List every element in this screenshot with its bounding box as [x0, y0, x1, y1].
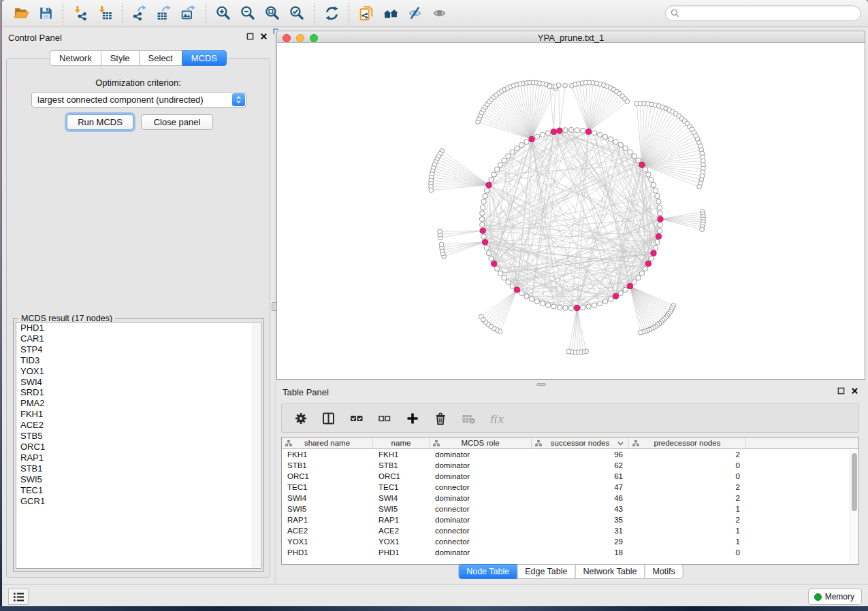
mcds-result-node[interactable]: SWI4 — [16, 377, 261, 388]
search-field[interactable] — [665, 5, 861, 21]
cell-shared-name[interactable]: PHD1 — [282, 547, 373, 558]
cell-MCDS-role[interactable]: connector — [430, 482, 532, 493]
delete-row-button[interactable] — [432, 410, 449, 427]
float-table-panel-icon[interactable] — [837, 387, 845, 395]
mcds-result-list[interactable]: PHD1CAR1STP4TID3YOX1SWI4SRD1PMA2FKH1ACE2… — [16, 322, 261, 569]
cell-successor-nodes[interactable]: 62 — [532, 460, 629, 471]
cell-name[interactable]: SWI5 — [373, 503, 430, 514]
show-all-eye-button[interactable] — [428, 3, 452, 24]
mcds-result-node[interactable]: TEC1 — [16, 485, 261, 496]
cell-MCDS-role[interactable]: dominator — [430, 514, 532, 525]
cell-shared-name[interactable]: ORC1 — [282, 471, 373, 482]
table-scrollbar[interactable] — [850, 449, 858, 564]
cell-shared-name[interactable]: SWI5 — [282, 503, 373, 514]
cell-shared-name[interactable]: STB1 — [282, 460, 373, 471]
cell-successor-nodes[interactable]: 61 — [532, 471, 629, 482]
cell-predecessor-nodes[interactable]: 1 — [629, 536, 746, 547]
network-share-file-button[interactable] — [354, 3, 379, 24]
zoom-out-button[interactable] — [236, 3, 260, 24]
cell-name[interactable]: ACE2 — [373, 525, 430, 536]
network-canvas[interactable] — [276, 43, 865, 380]
tab-network-table[interactable]: Network Table — [575, 564, 645, 579]
search-input[interactable] — [679, 9, 861, 18]
cell-predecessor-nodes[interactable]: 0 — [629, 460, 746, 471]
cell-shared-name[interactable]: FKH1 — [282, 449, 373, 460]
deselect-all-button[interactable] — [376, 410, 393, 427]
cell-name[interactable]: SWI4 — [373, 493, 430, 503]
column-header-predecessor-nodes[interactable]: predecessor nodes — [629, 437, 746, 448]
cell-predecessor-nodes[interactable]: 2 — [629, 493, 746, 503]
cell-shared-name[interactable]: ACE2 — [282, 525, 373, 536]
column-header-name[interactable]: name — [373, 437, 430, 448]
mcds-result-node[interactable]: SWI5 — [16, 474, 261, 485]
mcds-result-node[interactable]: YOX1 — [16, 366, 261, 377]
table-row[interactable]: ACE2ACE2connector311 — [282, 525, 858, 536]
tab-select[interactable]: Select — [139, 50, 182, 66]
mcds-result-node[interactable]: ORC1 — [16, 442, 261, 452]
result-scrollbar[interactable] — [253, 323, 260, 567]
cell-shared-name[interactable]: YOX1 — [282, 536, 373, 547]
table-row[interactable]: STB1STB1dominator620 — [282, 460, 858, 471]
column-header-shared-name[interactable]: shared name — [282, 437, 373, 448]
tab-style[interactable]: Style — [101, 50, 140, 66]
float-panel-icon[interactable] — [246, 33, 254, 40]
cell-MCDS-role[interactable]: dominator — [430, 547, 532, 558]
mcds-result-node[interactable]: RAP1 — [16, 452, 261, 463]
optimization-criterion-select[interactable]: largest connected component (undirected) — [31, 92, 246, 108]
zoom-selected-button[interactable] — [285, 3, 309, 24]
cell-successor-nodes[interactable]: 31 — [532, 525, 629, 536]
cell-successor-nodes[interactable]: 47 — [532, 482, 629, 493]
mcds-result-node[interactable]: ACE2 — [16, 420, 261, 431]
apply-preferred-layout-button[interactable] — [319, 3, 344, 24]
cell-successor-nodes[interactable]: 18 — [532, 547, 629, 558]
export-table-button[interactable] — [152, 3, 176, 24]
mcds-result-node[interactable]: STP4 — [16, 344, 261, 355]
table-row[interactable]: SWI4SWI4dominator462 — [282, 493, 858, 503]
column-header-MCDS-role[interactable]: MCDS role — [430, 437, 532, 448]
zoom-in-button[interactable] — [211, 3, 236, 24]
cell-predecessor-nodes[interactable]: 1 — [629, 503, 746, 514]
cell-name[interactable]: PHD1 — [373, 547, 430, 558]
cell-MCDS-role[interactable]: connector — [430, 536, 532, 547]
node-table[interactable]: shared namenameMCDS rolesuccessor nodesp… — [281, 437, 859, 565]
column-header-successor-nodes[interactable]: successor nodes — [532, 437, 629, 448]
cell-shared-name[interactable]: TEC1 — [282, 482, 373, 493]
memory-button[interactable]: Memory — [808, 589, 862, 605]
cell-successor-nodes[interactable]: 29 — [532, 536, 629, 547]
show-panels-button[interactable] — [8, 589, 29, 605]
zoom-fit-button[interactable] — [260, 3, 285, 24]
mcds-result-node[interactable]: TID3 — [16, 355, 261, 366]
cell-name[interactable]: RAP1 — [373, 514, 430, 525]
cell-predecessor-nodes[interactable]: 2 — [629, 482, 746, 493]
cell-MCDS-role[interactable]: dominator — [430, 449, 532, 460]
open-file-button[interactable] — [9, 3, 33, 24]
export-image-button[interactable] — [176, 3, 201, 24]
mcds-result-node[interactable]: CAR1 — [16, 333, 261, 344]
save-session-button[interactable] — [33, 3, 58, 24]
cell-MCDS-role[interactable]: connector — [430, 503, 532, 514]
tab-mcds[interactable]: MCDS — [182, 50, 227, 66]
table-row[interactable]: YOX1YOX1connector291 — [282, 536, 858, 547]
settings-gear-button[interactable] — [293, 410, 309, 427]
cell-successor-nodes[interactable]: 46 — [532, 493, 629, 503]
close-panel-button[interactable]: Close panel — [141, 114, 213, 130]
import-network-button[interactable] — [68, 3, 93, 24]
import-table-button[interactable] — [93, 3, 117, 24]
cell-name[interactable]: TEC1 — [373, 482, 430, 493]
tab-edge-table[interactable]: Edge Table — [517, 564, 575, 579]
cell-predecessor-nodes[interactable]: 0 — [629, 547, 746, 558]
cell-name[interactable]: ORC1 — [373, 471, 430, 482]
table-row[interactable]: PHD1PHD1dominator180 — [282, 547, 858, 558]
table-row[interactable]: ORC1ORC1dominator610 — [282, 471, 858, 482]
open-session-home-button[interactable] — [379, 3, 403, 24]
cell-shared-name[interactable]: RAP1 — [282, 514, 373, 525]
run-mcds-button[interactable]: Run MCDS — [67, 114, 133, 130]
export-network-button[interactable] — [127, 3, 152, 24]
table-row[interactable]: FKH1FKH1dominator962 — [282, 449, 858, 460]
columns-button[interactable] — [321, 410, 337, 427]
mcds-result-node[interactable]: STB5 — [16, 431, 261, 442]
cell-MCDS-role[interactable]: dominator — [430, 493, 532, 503]
tab-network[interactable]: Network — [50, 50, 101, 66]
cell-successor-nodes[interactable]: 96 — [532, 449, 629, 460]
mcds-result-node[interactable]: STB1 — [16, 463, 261, 474]
